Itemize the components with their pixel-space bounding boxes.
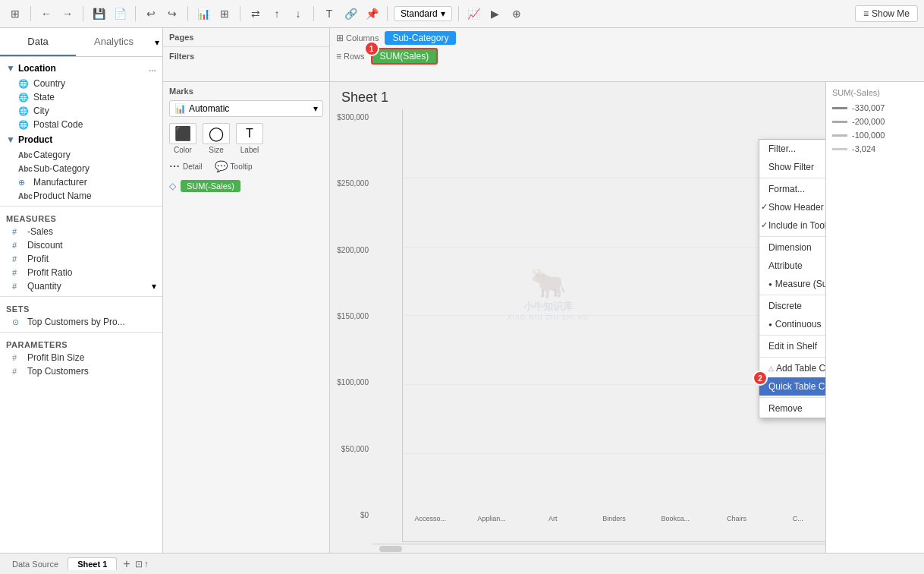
param-icon-1: #	[12, 353, 23, 362]
color-button[interactable]: ⬛ Color	[169, 123, 196, 154]
panel-menu-icon[interactable]: ▾	[152, 28, 162, 56]
sort-asc-button[interactable]: ↑	[268, 5, 286, 23]
item-quantity[interactable]: # Quantity ▾	[0, 279, 162, 293]
item-profit-ratio[interactable]: # Profit Ratio	[0, 266, 162, 279]
item-postal-code[interactable]: 🌐 Postal Code	[6, 118, 162, 131]
detail-icon: ⋯	[169, 160, 180, 172]
forward-button[interactable]: →	[58, 5, 77, 23]
tab-analytics[interactable]: Analytics	[76, 28, 152, 56]
columns-pill[interactable]: Sub-Category	[385, 31, 456, 45]
item-product-name[interactable]: Abc Product Name	[6, 189, 162, 203]
link-button[interactable]: 🔗	[341, 5, 360, 23]
check-icon-1: ✓	[761, 202, 768, 212]
separator-8	[458, 6, 459, 21]
menu-sep-2	[759, 236, 825, 237]
marks-type-select[interactable]: 📊 Automatic ▾	[169, 100, 323, 117]
tooltip-button[interactable]: 💬 Tooltip	[215, 160, 253, 172]
set-icon: ⊙	[12, 317, 23, 327]
item-discount[interactable]: # Discount	[0, 238, 162, 252]
pin-button[interactable]: 📌	[363, 5, 381, 23]
add-sheet-icon[interactable]: +	[123, 557, 130, 571]
menu-item-discrete[interactable]: Discrete	[759, 297, 825, 315]
y-tick-5: $100,000	[330, 378, 369, 386]
redo-button[interactable]: ↪	[163, 5, 181, 23]
rows-icon: ≡	[336, 51, 341, 62]
divider-1	[0, 206, 162, 207]
save-button[interactable]: 💾	[90, 5, 108, 23]
menu-item-quick-table[interactable]: 2 Quick Table Calculation ▶	[759, 377, 825, 396]
menu-item-dimension[interactable]: Dimension	[759, 238, 825, 257]
item-category[interactable]: Abc Category	[6, 148, 162, 162]
item-quantity-label: Quantity	[27, 281, 61, 292]
item-city-label: City	[33, 106, 49, 116]
item-country[interactable]: 🌐 Country	[6, 77, 162, 90]
sheet1-tab[interactable]: Sheet 1	[68, 557, 117, 570]
size-button[interactable]: ◯ Size	[203, 123, 230, 154]
menu-item-show-header[interactable]: ✓ Show Header	[759, 198, 825, 216]
bar-chart-icon: ≡	[863, 8, 869, 19]
back-button[interactable]: ←	[37, 5, 55, 23]
undo-button[interactable]: ↩	[142, 5, 160, 23]
text-button[interactable]: T	[320, 5, 338, 23]
new-button[interactable]: 📄	[111, 5, 129, 23]
menu-item-filter[interactable]: Filter...	[759, 140, 825, 158]
item-state[interactable]: 🌐 State	[6, 90, 162, 104]
sort-desc-button[interactable]: ↓	[289, 5, 307, 23]
swap-button[interactable]: ⇄	[247, 5, 265, 23]
item-neg-sales[interactable]: # -Sales	[0, 225, 162, 238]
pages-filters-column: Pages Filters	[163, 28, 330, 81]
analytics-icon[interactable]: 📈	[465, 5, 483, 23]
columns-shelf: ⊞ Columns Sub-Category	[336, 31, 918, 45]
menu-item-edit-shelf[interactable]: Edit in Shelf	[759, 337, 825, 355]
marks-detail-row: ⋯ Detail 💬 Tooltip	[169, 160, 323, 172]
bar-label-1: Accesso...	[415, 515, 447, 522]
label-button[interactable]: T Label	[236, 123, 263, 154]
detail-button[interactable]: ⋯ Detail	[169, 160, 203, 172]
triangle-icon: △	[768, 364, 774, 372]
columns-icon: ⊞	[336, 33, 344, 43]
bar-label-4: Binders	[602, 515, 626, 522]
rows-pill[interactable]: SUM(Sales)	[371, 48, 438, 65]
scrollbar-thumb[interactable]	[379, 546, 402, 552]
chart-button[interactable]: 📊	[194, 5, 212, 23]
separator-4	[187, 6, 188, 21]
location-section-header[interactable]: ▼ Location …	[0, 60, 162, 77]
legend-value-2: -200,000	[852, 117, 885, 126]
item-profit-bin[interactable]: # Profit Bin Size	[0, 351, 162, 364]
bar-wrapper-4: Binders	[586, 512, 642, 522]
share-icon[interactable]: ⊕	[508, 5, 526, 23]
show-me-button[interactable]: ≡ Show Me	[855, 5, 918, 22]
bar-wrapper-7: C...	[770, 512, 825, 522]
pages-title-label: Pages	[169, 33, 193, 42]
item-top-customers[interactable]: ⊙ Top Customers by Pro...	[0, 315, 162, 329]
item-top-customers-param[interactable]: # Top Customers	[0, 364, 162, 378]
data-source-tab[interactable]: Data Source	[6, 558, 64, 570]
menu-sep-4	[759, 335, 825, 336]
menu-item-tooltip[interactable]: ✓ Include in Tooltip	[759, 216, 825, 235]
item-city[interactable]: 🌐 City	[6, 104, 162, 118]
arrow-up-icon[interactable]: ↑	[144, 559, 149, 569]
tab-data[interactable]: Data	[0, 28, 76, 56]
product-section-header[interactable]: ▼ Product	[0, 131, 162, 148]
menu-item-show-filter[interactable]: Show Filter	[759, 158, 825, 176]
menu-item-remove[interactable]: Remove	[759, 399, 825, 418]
menu-item-attribute[interactable]: Attribute	[759, 257, 825, 275]
standard-dropdown[interactable]: Standard ▾	[394, 6, 452, 21]
legend-item-2: -200,000	[832, 117, 918, 126]
menu-item-add-calc[interactable]: △ Add Table Calculation...	[759, 359, 825, 377]
item-profit[interactable]: # Profit	[0, 252, 162, 266]
menu-item-measure[interactable]: ● Measure (Sum) ▶	[759, 275, 825, 293]
item-manufacturer[interactable]: ⊕ Manufacturer	[6, 175, 162, 189]
menu-item-continuous[interactable]: ● Continuous	[759, 315, 825, 333]
present-icon[interactable]: ▶	[486, 5, 504, 23]
horizontal-scrollbar[interactable]	[372, 544, 825, 553]
sum-pill[interactable]: SUM(-Sales)	[181, 180, 240, 192]
measures-title: Measures	[0, 210, 162, 225]
duplicate-sheet-icon[interactable]: ⊡	[135, 559, 143, 569]
tooltip-icon: 💬	[215, 160, 228, 172]
context-menu-container: Filter... Show Filter Format... ✓ Show H…	[759, 139, 825, 418]
columns-rows-area: ⊞ Columns Sub-Category ≡ Rows 1 SUM(Sale…	[330, 28, 924, 81]
menu-item-format[interactable]: Format...	[759, 180, 825, 198]
item-subcategory[interactable]: Abc Sub-Category	[6, 162, 162, 175]
table-button[interactable]: ⊞	[215, 5, 234, 23]
